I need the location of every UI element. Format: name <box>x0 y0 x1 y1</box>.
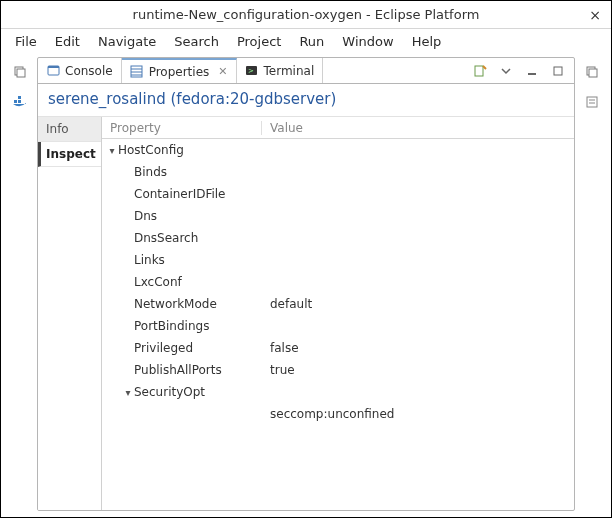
svg-text:>: > <box>248 67 254 75</box>
expand-icon[interactable]: ▾ <box>122 387 134 398</box>
category-tab-info[interactable]: Info <box>38 117 101 142</box>
property-value: true <box>262 363 574 377</box>
property-row[interactable]: ContainerIDFile <box>102 183 574 205</box>
console-icon <box>46 64 60 78</box>
property-row[interactable]: PortBindings <box>102 315 574 337</box>
property-row[interactable]: Privilegedfalse <box>102 337 574 359</box>
property-name: ContainerIDFile <box>134 187 226 201</box>
property-value: seccomp:unconfined <box>262 407 574 421</box>
tab-terminal[interactable]: > Terminal <box>237 58 324 83</box>
workbench: Console Properties ✕ > Terminal <box>1 53 611 517</box>
menu-help[interactable]: Help <box>404 32 450 51</box>
property-row[interactable]: LxcConf <box>102 271 574 293</box>
property-name: Binds <box>134 165 167 179</box>
close-tab-icon[interactable]: ✕ <box>218 65 227 78</box>
property-row[interactable]: seccomp:unconfined <box>102 403 574 425</box>
svg-rect-1 <box>17 69 25 77</box>
docker-icon[interactable] <box>11 93 29 111</box>
tab-properties[interactable]: Properties ✕ <box>122 58 237 83</box>
property-name: Links <box>134 253 165 267</box>
view-menu-icon[interactable] <box>498 63 514 79</box>
svg-rect-17 <box>589 69 597 77</box>
terminal-icon: > <box>245 64 259 78</box>
close-icon[interactable]: × <box>589 7 601 23</box>
property-row[interactable]: DnsSearch <box>102 227 574 249</box>
property-row[interactable]: ▾SecurityOpt <box>102 381 574 403</box>
editor-area: Console Properties ✕ > Terminal <box>37 57 575 511</box>
column-value[interactable]: Value <box>262 121 574 135</box>
menu-project[interactable]: Project <box>229 32 289 51</box>
properties-body: Info Inspect Property Value ▾HostConfigB… <box>38 117 574 510</box>
column-headers: Property Value <box>102 117 574 139</box>
svg-rect-14 <box>528 73 536 75</box>
left-icon-bar <box>7 57 33 511</box>
titlebar: runtime-New_configuration-oxygen - Eclip… <box>1 1 611 29</box>
properties-title: serene_rosalind (fedora:20-gdbserver) <box>38 84 574 117</box>
window-title: runtime-New_configuration-oxygen - Eclip… <box>133 7 480 22</box>
property-name: PortBindings <box>134 319 209 333</box>
property-name: HostConfig <box>118 143 184 157</box>
menu-run[interactable]: Run <box>291 32 332 51</box>
property-row[interactable]: NetworkModedefault <box>102 293 574 315</box>
category-tab-inspect[interactable]: Inspect <box>38 142 101 167</box>
tab-terminal-label: Terminal <box>264 64 315 78</box>
property-row[interactable]: Dns <box>102 205 574 227</box>
minimize-icon[interactable] <box>524 63 540 79</box>
property-name: PublishAllPorts <box>134 363 222 377</box>
category-tabs: Info Inspect <box>38 117 102 510</box>
outline-icon[interactable] <box>583 93 601 111</box>
pin-icon[interactable] <box>472 63 488 79</box>
property-name: DnsSearch <box>134 231 198 245</box>
tab-console[interactable]: Console <box>38 58 122 83</box>
property-name: Privileged <box>134 341 193 355</box>
menu-search[interactable]: Search <box>166 32 227 51</box>
maximize-icon[interactable] <box>550 63 566 79</box>
svg-rect-13 <box>475 66 483 76</box>
property-row[interactable]: PublishAllPortstrue <box>102 359 574 381</box>
menu-navigate[interactable]: Navigate <box>90 32 164 51</box>
tree-area: Property Value ▾HostConfigBindsContainer… <box>102 117 574 510</box>
tab-console-label: Console <box>65 64 113 78</box>
svg-rect-18 <box>587 97 597 107</box>
view-tabs: Console Properties ✕ > Terminal <box>38 58 574 84</box>
property-name: LxcConf <box>134 275 182 289</box>
menu-file[interactable]: File <box>7 32 45 51</box>
menu-window[interactable]: Window <box>334 32 401 51</box>
tab-properties-label: Properties <box>149 65 210 79</box>
property-row[interactable]: ▾HostConfig <box>102 139 574 161</box>
svg-rect-2 <box>14 100 17 103</box>
properties-icon <box>130 65 144 79</box>
menubar: File Edit Navigate Search Project Run Wi… <box>1 29 611 53</box>
property-name: Dns <box>134 209 157 223</box>
svg-rect-15 <box>554 67 562 75</box>
property-row[interactable]: Links <box>102 249 574 271</box>
restore-right-icon[interactable] <box>583 63 601 81</box>
menu-edit[interactable]: Edit <box>47 32 88 51</box>
column-property[interactable]: Property <box>102 121 262 135</box>
app-window: runtime-New_configuration-oxygen - Eclip… <box>0 0 612 518</box>
svg-rect-6 <box>48 66 59 68</box>
svg-rect-3 <box>18 100 21 103</box>
restore-icon[interactable] <box>11 63 29 81</box>
property-name: SecurityOpt <box>134 385 205 399</box>
property-rows[interactable]: ▾HostConfigBindsContainerIDFileDnsDnsSea… <box>102 139 574 510</box>
svg-rect-4 <box>18 96 21 99</box>
property-name: NetworkMode <box>134 297 217 311</box>
view-toolbar <box>464 58 574 83</box>
right-icon-bar <box>579 57 605 511</box>
property-row[interactable]: Binds <box>102 161 574 183</box>
property-value: default <box>262 297 574 311</box>
expand-icon[interactable]: ▾ <box>106 145 118 156</box>
property-value: false <box>262 341 574 355</box>
